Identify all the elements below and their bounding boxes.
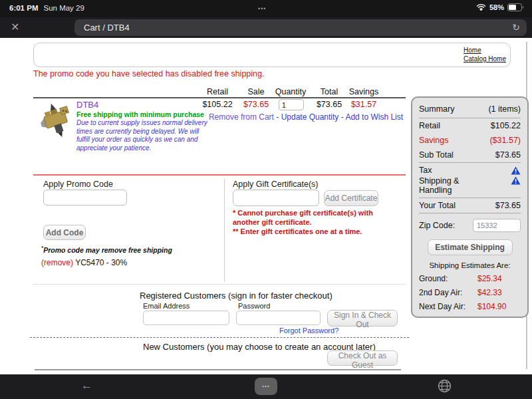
ground-label: Ground: — [419, 274, 477, 283]
nav-bar: ✕ Cart / DTB4 ↻ — [0, 17, 532, 38]
status-bar: 6:01 PMSun May 29 ••• 58% — [0, 0, 532, 17]
home-link[interactable]: Home — [464, 46, 506, 55]
col-header-quantity: Quantity — [267, 87, 314, 96]
battery-percent: 58% — [489, 3, 504, 11]
remove-from-cart-link[interactable]: Remove from Cart — [209, 112, 274, 122]
page-content: Home Catalog Home The promo code you hav… — [0, 38, 532, 374]
dashed-divider — [30, 337, 409, 338]
gift-warnings: * Cannot purchase gift certificate(s) wi… — [233, 208, 389, 236]
product-image[interactable] — [37, 101, 74, 140]
sign-in-checkout-button[interactable]: Sign In & Check Out — [327, 310, 398, 327]
second-day-label: 2nd Day Air: — [419, 288, 477, 297]
summary-retail-value: $105.22 — [491, 121, 521, 130]
gift-warning-2: ** Enter gift certificates one at a time… — [233, 227, 389, 236]
wifi-icon — [476, 4, 486, 11]
promo-code-input[interactable] — [43, 190, 127, 205]
shipping-warning-icon[interactable] — [511, 176, 521, 185]
applied-promo: (remove) YC5470 - 30% — [41, 258, 127, 267]
action-separator: - — [341, 112, 344, 122]
page-title: Cart / DTB4 — [84, 23, 130, 33]
next-day-value: $104.90 — [477, 302, 506, 311]
email-field[interactable] — [143, 311, 229, 325]
promo-title: Apply Promo Code — [43, 180, 113, 189]
retail-price: $105.22 — [198, 100, 237, 109]
close-icon[interactable]: ✕ — [11, 21, 19, 33]
registered-customers-title: Registered Customers (sign in for faster… — [140, 291, 332, 301]
battery-icon — [507, 3, 524, 11]
summary-panel: Summary (1 items) Retail $105.22 Savings… — [411, 96, 529, 318]
summary-savings-value: ($31.57) — [489, 136, 521, 145]
col-header-retail: Retail — [198, 87, 237, 96]
reload-icon[interactable]: ↻ — [512, 22, 520, 33]
forgot-password-link[interactable]: Forgot Password? — [279, 327, 338, 334]
promo-note: *Promo code may remove free shipping — [41, 245, 172, 254]
col-header-savings: Savings — [340, 87, 387, 96]
password-field[interactable] — [236, 311, 321, 325]
tax-warning-icon[interactable] — [511, 166, 521, 175]
bottom-toolbar: ← ••• — [0, 374, 532, 399]
column-divider — [224, 179, 225, 282]
action-separator: - — [276, 112, 279, 122]
promo-note-text: Promo code may remove free shipping — [43, 246, 172, 254]
zip-label: Zip Code: — [419, 221, 455, 230]
ground-value: $25.34 — [477, 274, 502, 283]
address-bar[interactable]: Cart / DTB4 ↻ — [74, 19, 527, 36]
red-divider — [33, 174, 406, 176]
summary-tax-label: Tax — [419, 166, 432, 175]
delay-note: Due to current supply issues normal deli… — [76, 119, 208, 152]
free-shipping-note: Free shipping with minimum purchase — [76, 110, 209, 118]
table-header-divider — [33, 97, 406, 98]
remove-promo-link[interactable]: (remove) — [41, 258, 73, 267]
multitask-dots-icon: ••• — [258, 5, 266, 12]
section-divider — [33, 284, 406, 285]
gift-title: Apply Gift Certificate(s) — [233, 180, 319, 189]
product-name-link[interactable]: DTB4 — [76, 100, 98, 110]
horizontal-scrollbar[interactable] — [35, 369, 401, 370]
savings-amount: $31.57 — [340, 100, 387, 109]
next-day-label: Next Day Air: — [419, 302, 477, 311]
summary-shipping-label: Shipping & Handling — [419, 176, 472, 195]
summary-count: (1 items) — [488, 104, 521, 114]
email-label: Email Address — [143, 302, 190, 310]
back-icon[interactable]: ← — [81, 379, 92, 392]
add-code-button[interactable]: Add Code — [43, 225, 86, 240]
header-box: Home Catalog Home — [33, 43, 511, 67]
clock: 6:01 PM — [9, 4, 38, 12]
add-to-wishlist-link[interactable]: Add to Wish List — [345, 112, 403, 122]
screen: 6:01 PMSun May 29 ••• 58% ✕ Cart / DTB4 … — [0, 0, 532, 399]
quantity-input[interactable] — [279, 99, 304, 110]
gift-certificate-input[interactable] — [233, 190, 319, 206]
zip-code-input[interactable] — [473, 219, 521, 232]
add-certificate-button[interactable]: Add Certificate — [324, 190, 378, 206]
summary-total-value: $73.65 — [495, 201, 521, 210]
cart-actions: Remove from Cart - Update Quantity - Add… — [206, 112, 406, 122]
summary-subtotal-value: $73.65 — [495, 150, 521, 160]
globe-icon[interactable] — [438, 379, 452, 393]
date: Sun May 29 — [43, 4, 84, 12]
catalog-home-link[interactable]: Catalog Home — [464, 55, 506, 63]
summary-subtotal-label: Sub Total — [419, 150, 454, 160]
applied-promo-code: YC5470 - 30% — [75, 258, 127, 267]
second-day-value: $42.33 — [477, 288, 502, 297]
checkout-guest-button[interactable]: Check Out as Guest — [327, 350, 398, 366]
update-quantity-link[interactable]: Update Quantity — [281, 112, 339, 122]
promo-alert: The promo code you have selected has dis… — [33, 69, 264, 78]
summary-retail-label: Retail — [419, 121, 440, 130]
shipping-estimates-title: Shipping Estimates Are: — [419, 261, 521, 269]
summary-savings-label: Savings — [419, 136, 448, 145]
menu-ellipsis-icon[interactable]: ••• — [255, 378, 277, 395]
sale-price: $73.65 — [236, 100, 276, 109]
estimate-shipping-button[interactable]: Estimate Shipping — [428, 239, 513, 255]
gift-warning-1: * Cannot purchase gift certificate(s) wi… — [233, 208, 389, 227]
summary-title: Summary — [419, 104, 454, 114]
password-label: Password — [238, 302, 270, 310]
summary-total-label: Your Total — [419, 201, 456, 210]
